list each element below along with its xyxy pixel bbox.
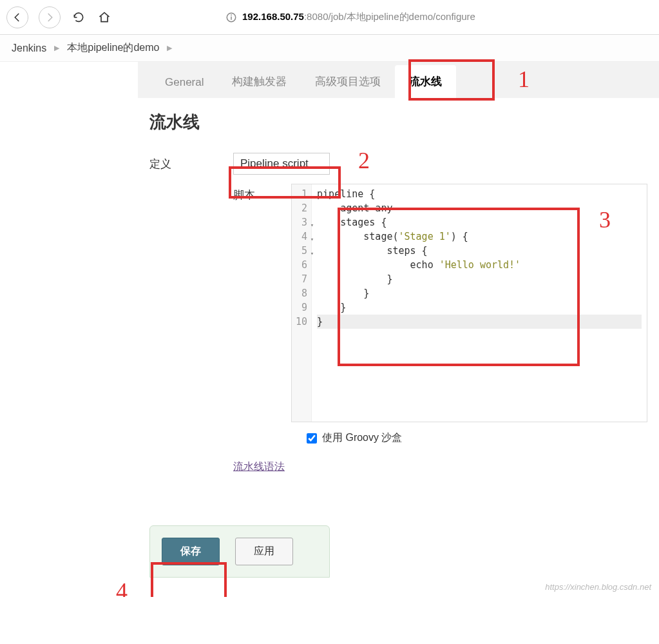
home-button[interactable] — [97, 10, 112, 25]
groovy-sandbox-checkbox[interactable] — [307, 433, 317, 444]
definition-select[interactable]: Pipeline script — [233, 153, 330, 175]
groovy-sandbox-label: 使用 Groovy 沙盒 — [322, 431, 402, 445]
editor-gutter: 12345678910 — [292, 184, 312, 422]
tab-build-triggers[interactable]: 构建触发器 — [218, 65, 301, 98]
info-icon — [225, 12, 237, 23]
main: General 构建触发器 高级项目选项 流水线 流水线 定义 Pipeline… — [138, 62, 659, 597]
editor-code[interactable]: pipeline { agent any stages { stage('Sta… — [312, 184, 647, 422]
tab-pipeline[interactable]: 流水线 — [395, 65, 456, 98]
arrow-left-icon — [12, 12, 23, 23]
reload-icon — [72, 11, 85, 24]
svg-point-2 — [231, 14, 232, 15]
browser-toolbar: 192.168.50.75:8080/job/本地pipeline的demo/c… — [0, 0, 659, 35]
arrow-right-icon — [44, 12, 55, 23]
save-button[interactable]: 保存 — [162, 538, 220, 565]
breadcrumbs: Jenkins ▶ 本地pipeline的demo ▶ — [0, 35, 659, 62]
pipeline-syntax-link[interactable]: 流水线语法 — [233, 460, 285, 474]
section-title: 流水线 — [149, 111, 647, 133]
breadcrumb-sep-icon: ▶ — [167, 44, 172, 52]
watermark: https://xinchen.blog.csdn.net — [545, 582, 651, 592]
breadcrumb-root[interactable]: Jenkins — [12, 43, 46, 54]
tab-general[interactable]: General — [151, 67, 218, 98]
breadcrumb-job[interactable]: 本地pipeline的demo — [67, 41, 159, 55]
apply-button[interactable]: 应用 — [235, 538, 293, 565]
back-button[interactable] — [6, 6, 28, 28]
script-editor[interactable]: 12345678910 pipeline { agent any stages … — [291, 184, 647, 422]
config-tabs: General 构建触发器 高级项目选项 流水线 — [138, 62, 659, 98]
tab-advanced[interactable]: 高级项目选项 — [301, 65, 395, 98]
sidebar-space — [0, 62, 138, 597]
footer-bar: 保存 应用 — [149, 525, 330, 578]
url-text: 192.168.50.75:8080/job/本地pipeline的demo/c… — [242, 11, 475, 23]
pipeline-panel: 流水线 定义 Pipeline script 脚本 12345678910 pi… — [138, 98, 659, 597]
definition-label: 定义 — [149, 153, 233, 171]
home-icon — [98, 11, 111, 24]
reload-button[interactable] — [71, 10, 86, 25]
url-bar[interactable]: 192.168.50.75:8080/job/本地pipeline的demo/c… — [122, 11, 653, 23]
script-label: 脚本 — [233, 184, 291, 202]
forward-button[interactable] — [39, 6, 61, 28]
breadcrumb-sep-icon: ▶ — [54, 44, 59, 52]
